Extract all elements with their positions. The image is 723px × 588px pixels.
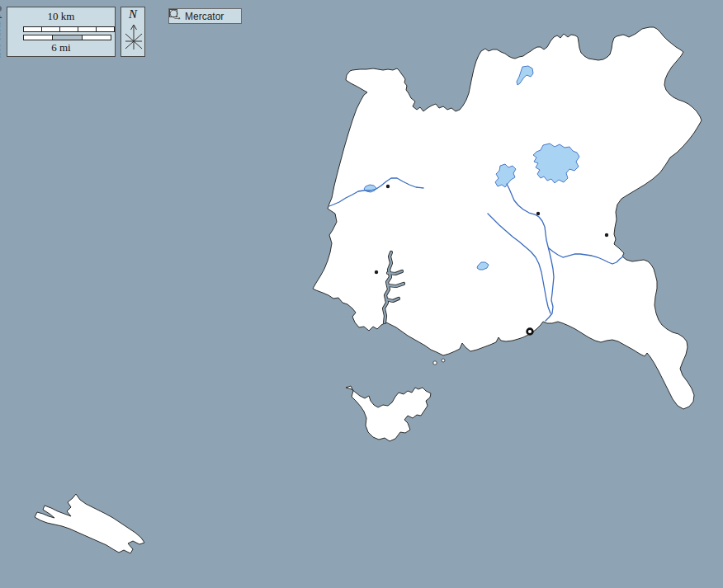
islet-2 [442, 359, 445, 362]
map-stage: 10 km 6 mi N → Mercator © d-maps.com [0, 0, 723, 588]
city-dot-east [605, 233, 608, 237]
mi-segment-1 [53, 35, 82, 40]
copyright-text: © d-maps.com [0, 6, 3, 59]
km-segment-3 [78, 27, 97, 31]
compass-icon [124, 22, 144, 54]
km-segment-0 [24, 27, 42, 31]
islet-1 [433, 361, 437, 365]
square-icon [169, 9, 177, 17]
scale-mi-label: 6 mi [7, 41, 115, 54]
mi-segment-0 [24, 35, 53, 40]
city-dot-southwest [375, 270, 378, 274]
projection-label: Mercator [185, 11, 224, 22]
scale-km-bar [23, 26, 115, 32]
km-segment-1 [42, 27, 60, 31]
scale-mi-bar [23, 35, 111, 40]
km-segment-2 [60, 27, 78, 31]
scale-bar-panel: 10 km 6 mi [7, 7, 116, 57]
south-island [346, 386, 431, 441]
city-dot-northwest [386, 185, 390, 188]
city-dot-central [536, 212, 540, 215]
km-segment-4 [97, 27, 114, 31]
main-island [313, 27, 702, 409]
mi-segment-2 [83, 35, 111, 40]
projection-panel: → Mercator [168, 8, 242, 24]
southwest-island [35, 494, 144, 553]
compass-panel: N [120, 7, 145, 57]
north-label: N [121, 7, 144, 21]
scale-km-label: 10 km [7, 10, 115, 23]
map-svg [0, 0, 723, 588]
capital-ring [527, 329, 533, 335]
